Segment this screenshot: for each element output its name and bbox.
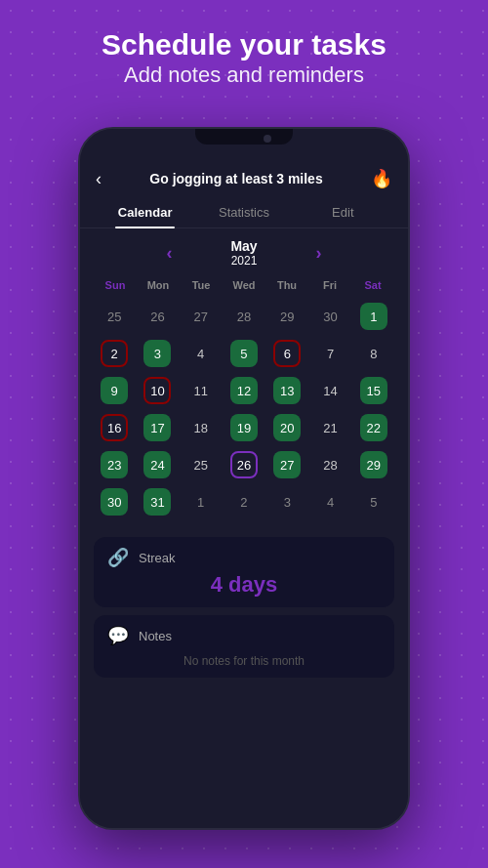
calendar-cell[interactable]: 24 <box>137 447 178 482</box>
calendar-cell[interactable]: 2 <box>224 484 264 519</box>
calendar-cell[interactable]: 25 <box>94 299 135 334</box>
calendar-cell[interactable]: 18 <box>181 410 222 445</box>
notes-empty-text: No notes for this month <box>107 654 381 668</box>
calendar-cell[interactable]: 4 <box>181 336 222 371</box>
header-subtitle: Add notes and reminders <box>0 62 488 88</box>
calendar-cell[interactable]: 5 <box>353 484 394 519</box>
calendar-cell[interactable]: 15 <box>353 373 394 408</box>
calendar-month: May <box>230 238 257 254</box>
calendar-year: 2021 <box>230 254 257 268</box>
prev-month-button[interactable]: ‹ <box>166 243 172 264</box>
header: Schedule your tasks Add notes and remind… <box>0 27 488 88</box>
notes-label: Notes <box>139 629 172 643</box>
streak-section: 🔗 Streak 4 days <box>94 537 394 607</box>
calendar-cell[interactable]: 30 <box>94 484 135 519</box>
calendar-cell[interactable]: 10 <box>137 373 178 408</box>
phone-frame: ‹ Go jogging at least 3 miles 🔥 Calendar… <box>78 127 410 830</box>
day-name-sat: Sat <box>351 275 394 295</box>
streak-header: 🔗 Streak <box>107 547 381 568</box>
calendar-cell[interactable]: 19 <box>224 410 264 445</box>
calendar-cell[interactable]: 17 <box>137 410 178 445</box>
notes-header: 💬 Notes <box>107 625 381 646</box>
tab-bar: Calendar Statistics Edit <box>80 197 408 228</box>
calendar-cell[interactable]: 16 <box>94 410 135 445</box>
calendar-cell[interactable]: 1 <box>353 299 394 334</box>
calendar-cell[interactable]: 5 <box>224 336 264 371</box>
calendar-cell[interactable]: 26 <box>137 299 178 334</box>
calendar: ‹ May 2021 › Sun Mon Tue Wed Thu Fri Sat… <box>80 228 408 529</box>
calendar-cell[interactable]: 29 <box>353 447 394 482</box>
notch-bar <box>80 129 408 158</box>
day-name-tue: Tue <box>180 275 223 295</box>
notch <box>195 129 293 145</box>
calendar-month-year: May 2021 <box>230 238 257 268</box>
calendar-cell[interactable]: 31 <box>137 484 178 519</box>
fire-icon: 🔥 <box>371 168 392 189</box>
calendar-cell[interactable]: 29 <box>266 299 307 334</box>
calendar-cell[interactable]: 9 <box>94 373 135 408</box>
calendar-cell[interactable]: 11 <box>181 373 222 408</box>
topbar-title: Go jogging at least 3 miles <box>102 171 371 186</box>
camera <box>264 135 271 143</box>
tab-statistics[interactable]: Statistics <box>194 197 293 227</box>
day-name-sun: Sun <box>94 275 137 295</box>
streak-value: 4 days <box>107 572 381 598</box>
calendar-cell[interactable]: 27 <box>181 299 222 334</box>
calendar-grid: 2526272829301234567891011121314151617181… <box>94 299 394 519</box>
calendar-cell[interactable]: 7 <box>309 336 350 371</box>
calendar-cell[interactable]: 20 <box>266 410 307 445</box>
tab-calendar[interactable]: Calendar <box>96 197 194 227</box>
day-name-thu: Thu <box>265 275 308 295</box>
calendar-cell[interactable]: 28 <box>224 299 264 334</box>
calendar-cell[interactable]: 30 <box>309 299 350 334</box>
calendar-cell[interactable]: 14 <box>309 373 350 408</box>
tab-edit[interactable]: Edit <box>294 197 392 227</box>
header-title: Schedule your tasks <box>0 27 488 62</box>
streak-icon: 🔗 <box>107 547 129 568</box>
calendar-cell[interactable]: 3 <box>137 336 178 371</box>
calendar-cell[interactable]: 21 <box>309 410 350 445</box>
day-name-wed: Wed <box>223 275 265 295</box>
calendar-cell[interactable]: 23 <box>94 447 135 482</box>
day-name-mon: Mon <box>137 275 180 295</box>
calendar-day-names: Sun Mon Tue Wed Thu Fri Sat <box>94 275 394 295</box>
calendar-cell[interactable]: 13 <box>266 373 307 408</box>
calendar-cell[interactable]: 25 <box>181 447 222 482</box>
calendar-cell[interactable]: 2 <box>94 336 135 371</box>
notes-section: 💬 Notes No notes for this month <box>94 615 394 678</box>
notes-icon: 💬 <box>107 625 129 646</box>
calendar-cell[interactable]: 4 <box>309 484 350 519</box>
calendar-cell[interactable]: 12 <box>224 373 264 408</box>
calendar-cell[interactable]: 1 <box>181 484 222 519</box>
day-name-fri: Fri <box>308 275 351 295</box>
topbar: ‹ Go jogging at least 3 miles 🔥 <box>80 158 408 197</box>
screen: ‹ Go jogging at least 3 miles 🔥 Calendar… <box>80 158 408 828</box>
calendar-cell[interactable]: 8 <box>353 336 394 371</box>
calendar-nav: ‹ May 2021 › <box>94 238 394 268</box>
streak-label: Streak <box>139 551 176 565</box>
calendar-cell[interactable]: 28 <box>309 447 350 482</box>
calendar-cell[interactable]: 27 <box>266 447 307 482</box>
next-month-button[interactable]: › <box>316 243 322 264</box>
calendar-cell[interactable]: 6 <box>266 336 307 371</box>
calendar-cell[interactable]: 22 <box>353 410 394 445</box>
calendar-cell[interactable]: 3 <box>266 484 307 519</box>
calendar-cell[interactable]: 26 <box>224 447 264 482</box>
